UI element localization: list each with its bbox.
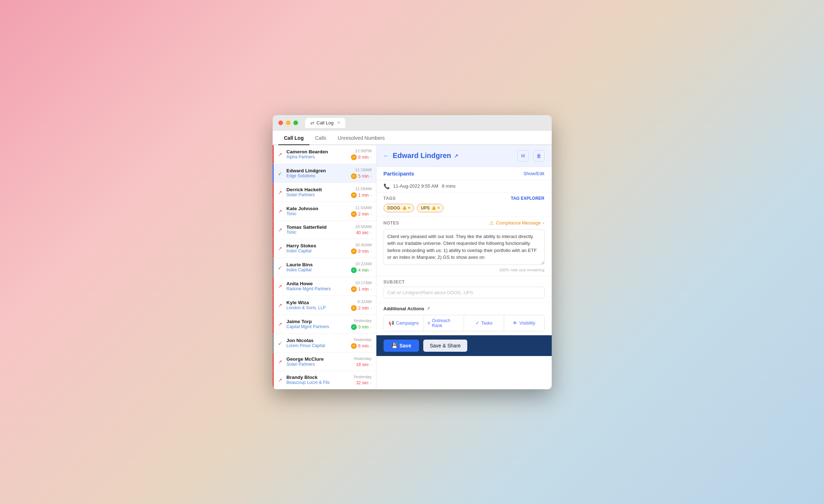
call-meta: Yesterday 32 sec › — [354, 375, 372, 385]
notes-textarea[interactable]: Client very pleased with our tool. They … — [384, 229, 545, 265]
call-time: 11:18AM — [355, 168, 371, 172]
call-meta: 11:09AM ⟳ 1 min › — [351, 187, 371, 198]
call-item[interactable]: ↗ Anita Howe Radone Mgmt Partners 10:17A… — [273, 277, 376, 296]
caller-company: Beaucoup Lucre & Fils — [287, 380, 351, 385]
tab-unresolved-numbers[interactable]: Unresolved Numbers — [332, 131, 391, 145]
caller-name: Laurie Bins — [287, 262, 348, 267]
save-share-button[interactable]: Save & Share — [423, 340, 467, 352]
tag-name: UPS — [421, 206, 430, 211]
additional-actions: Additional Actions ↗ 📢 Campaigns ≡ Outre… — [376, 302, 552, 335]
additional-actions-link-icon[interactable]: ↗ — [426, 306, 430, 311]
chevron-right-icon: › — [370, 287, 372, 292]
compliance-area: ⚠ Compliance Message ‹ — [489, 220, 544, 226]
warning-icon: ⚠ — [489, 220, 494, 226]
call-duration-row: ⟳ 8 min › — [351, 154, 371, 160]
call-meta: 9:32AM ⟳ 2 min › — [351, 300, 371, 311]
tab-close-icon[interactable]: ✕ — [337, 120, 340, 125]
caller-company: Lorem Pinus Capital — [287, 343, 348, 348]
maximize-button[interactable] — [293, 120, 298, 125]
caller-name: George McClure — [287, 356, 351, 362]
minimize-button[interactable] — [286, 120, 291, 125]
call-item[interactable]: ↗ Kyle Wiza London & Sons, LLP 9:32AM ⟳ … — [273, 296, 376, 315]
chevron-right-icon: › — [370, 306, 372, 311]
call-info: Derrick Hackett Solari Partners — [287, 187, 348, 197]
thumbs-up-icon: 👍 — [402, 206, 407, 210]
tab-campaigns[interactable]: 📢 Campaigns — [384, 315, 424, 331]
call-time: Yesterday — [354, 318, 372, 323]
subject-input[interactable] — [384, 287, 545, 298]
call-duration-row: ⟳ 5 min ‹ — [351, 173, 371, 179]
tab-outreach-rank[interactable]: ≡ Outreach Rank — [424, 315, 464, 331]
tag-remove-icon[interactable]: × — [438, 206, 440, 210]
call-direction-icon: ↗ — [278, 377, 284, 383]
call-direction-icon: ↗ — [278, 189, 284, 195]
call-duration: 2 min — [358, 306, 369, 311]
call-item[interactable]: ↗ Jaime Torp Capital Mgmt Partners Yeste… — [273, 315, 376, 334]
call-item[interactable]: ↗ Brandy Block Beaucoup Lucre & Fils Yes… — [273, 371, 376, 389]
call-direction-icon: ↗ — [278, 302, 284, 308]
chevron-right-icon: › — [370, 193, 372, 198]
call-item[interactable]: ↗ Derrick Hackett Solari Partners 11:09A… — [273, 183, 376, 202]
save-button[interactable]: 💾 Save — [384, 340, 419, 352]
tag-chip-ups: UPS 👍 × — [417, 204, 444, 212]
notes-section: NOTES ⚠ Compliance Message ‹ Client very… — [376, 216, 552, 276]
call-item[interactable]: ↗ George McClure Solari Partners Yesterd… — [273, 353, 376, 371]
call-time: 10:17AM — [355, 281, 371, 285]
detail-header: ← Edward Lindgren ↗ ✉ 🗑 — [376, 145, 552, 167]
compliance-message[interactable]: Compliance Message — [496, 220, 541, 226]
call-item[interactable]: ↗ Cameron Bearden Alpha Partners 12:56PM… — [273, 145, 376, 164]
additional-actions-label: Additional Actions — [384, 306, 424, 311]
save-icon: 💾 — [391, 343, 398, 349]
caller-name: Kyle Wiza — [287, 300, 348, 305]
tab-tasks[interactable]: ✓ Tasks — [464, 315, 504, 331]
app-window: ⇄ Call Log ✕ Call Log Calls Unresolved N… — [273, 115, 552, 389]
show-edit-button[interactable]: Show/Edit — [523, 171, 545, 176]
call-info: Jon Nicolas Lorem Pinus Capital — [287, 338, 348, 348]
call-item[interactable]: ↙ Edward Lindgren Edge Solutions 11:18AM… — [273, 164, 376, 183]
call-item[interactable]: ↙ Laurie Bins Index Capital 10:22AM ✓ 4 … — [273, 258, 376, 277]
tasks-label: Tasks — [481, 321, 493, 326]
outreach-rank-label: Outreach Rank — [432, 318, 460, 328]
chevron-left-icon: ‹ — [370, 174, 372, 179]
detail-header-left: ← Edward Lindgren ↗ — [384, 152, 458, 160]
visibility-icon: 👁 — [513, 321, 517, 326]
call-duration-row: 40 sec › — [356, 230, 371, 235]
tab-area: ⇄ Call Log ✕ — [305, 118, 346, 128]
email-button[interactable]: ✉ — [517, 150, 529, 162]
call-duration-row: ⟳ 1 min › — [351, 192, 371, 198]
collapse-chevron-icon[interactable]: ‹ — [543, 221, 545, 226]
call-duration: 40 sec — [356, 230, 369, 235]
call-status-icon: ⟳ — [351, 343, 357, 349]
tab-visibility[interactable]: 👁 Visibility — [504, 315, 544, 331]
caller-company: Capital Mgmt Partners — [287, 324, 348, 329]
tag-remove-icon[interactable]: × — [408, 206, 410, 210]
close-button[interactable] — [278, 120, 283, 125]
visibility-label: Visibility — [519, 321, 535, 326]
call-log-tab[interactable]: ⇄ Call Log ✕ — [305, 118, 346, 128]
tab-call-log[interactable]: Call Log — [278, 131, 309, 145]
external-link-icon[interactable]: ↗ — [454, 153, 458, 159]
chevron-right-icon: › — [370, 230, 372, 235]
tag-explorer-button[interactable]: TAG EXPLORER — [511, 196, 545, 201]
notes-label: NOTES — [384, 221, 399, 226]
back-button[interactable]: ← — [384, 153, 389, 159]
call-item[interactable]: ↗ Harry Stokes Index Capital 10:45AM ⟳ 9… — [273, 239, 376, 258]
caller-company: Tonic — [287, 230, 352, 235]
titlebar: ⇄ Call Log ✕ — [273, 115, 552, 131]
call-item[interactable]: ↙ Jon Nicolas Lorem Pinus Capital Yester… — [273, 334, 376, 353]
subject-section: SUBJECT — [376, 276, 552, 302]
call-item[interactable]: ↗ Kate Johnson Tonic 11:03AM ⟳ 2 min › — [273, 202, 376, 221]
call-time: Yesterday — [354, 375, 372, 379]
call-direction-icon: ↗ — [278, 227, 284, 233]
tasks-icon: ✓ — [476, 320, 479, 326]
call-item[interactable]: ↗ Tomas Satterfield Tonic 10:56AM 40 sec… — [273, 221, 376, 239]
call-duration: 3 min — [358, 325, 369, 330]
action-tabs: 📢 Campaigns ≡ Outreach Rank ✓ Tasks 👁 Vi… — [384, 315, 545, 331]
delete-button[interactable]: 🗑 — [533, 150, 545, 162]
phone-icon: 📞 — [384, 183, 390, 189]
call-direction-icon: ↙ — [278, 171, 284, 176]
thumbs-up-icon: 👍 — [431, 206, 436, 210]
call-status-icon: ⟳ — [351, 305, 357, 311]
call-status-icon: ⟳ — [351, 192, 357, 198]
tab-calls[interactable]: Calls — [309, 131, 332, 145]
